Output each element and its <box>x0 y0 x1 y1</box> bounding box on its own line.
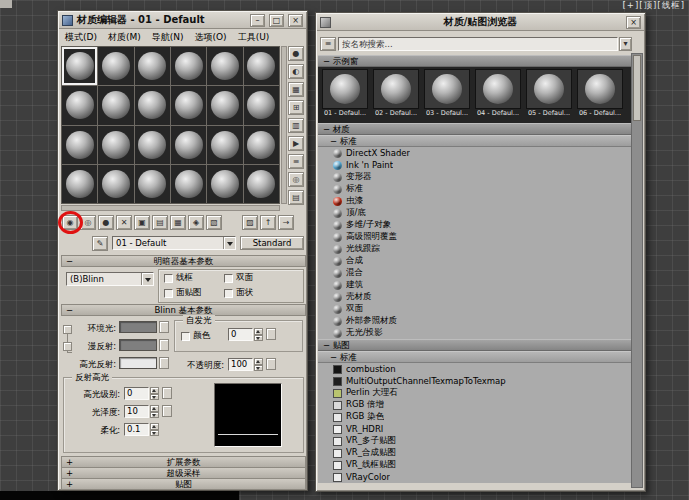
map-item[interactable]: VR_合成贴图 <box>318 447 633 459</box>
rollout-shader-basic-params[interactable]: 明暗器基本参数 <box>61 255 306 267</box>
material-item[interactable]: 无光/投影 <box>318 327 633 339</box>
material-item[interactable]: 标准 <box>318 183 633 195</box>
sample-slot[interactable] <box>244 86 279 124</box>
background-button[interactable]: ▦ <box>288 82 304 97</box>
rollout-maps[interactable]: 贴图 <box>61 478 306 490</box>
go-forward-button[interactable]: → <box>278 215 294 230</box>
make-preview-button[interactable]: ▶ <box>288 136 304 151</box>
browser-scrollbar[interactable] <box>631 53 643 488</box>
sample-slot[interactable] <box>135 86 170 124</box>
opacity-map-button[interactable] <box>266 358 276 370</box>
material-item[interactable]: DirectX Shader <box>318 147 633 159</box>
diffuse-color-swatch[interactable] <box>119 339 157 351</box>
sample-slot[interactable] <box>171 126 206 164</box>
select-by-material-button[interactable]: ◎ <box>288 172 304 187</box>
specular-color-swatch[interactable] <box>119 357 157 369</box>
put-to-library-button[interactable]: ▦ <box>170 215 186 230</box>
sample-type-button[interactable]: ● <box>288 46 304 61</box>
material-item[interactable]: 光线跟踪 <box>318 243 633 255</box>
close-button[interactable]: × <box>288 14 303 27</box>
glossiness-map-button[interactable] <box>162 405 172 417</box>
thumbnail-item[interactable]: 04 - Defaul... <box>474 69 522 121</box>
two-sided-checkbox[interactable] <box>224 274 233 283</box>
material-id-button[interactable]: ◈ <box>188 215 204 230</box>
sample-uv-tiling-button[interactable]: ⊞ <box>288 100 304 115</box>
specular-level-spinner[interactable]: 0 <box>124 387 159 400</box>
map-item[interactable]: MultiOutputChannelTexmapToTexmap <box>318 375 633 387</box>
material-item[interactable]: 建筑 <box>318 279 633 291</box>
maximize-button[interactable]: □ <box>269 14 284 27</box>
self-illum-map-button[interactable] <box>266 328 276 340</box>
self-illum-spinner[interactable]: 0 <box>228 328 263 341</box>
sample-slot[interactable] <box>62 47 97 85</box>
browser-options-button[interactable]: ≡ <box>320 37 336 51</box>
map-item[interactable]: RGB 染色 <box>318 411 633 423</box>
show-map-in-viewport-button[interactable]: ▧ <box>206 215 222 230</box>
thumbnail-item[interactable]: 01 - Defaul... <box>321 69 369 121</box>
backlight-button[interactable]: ◐ <box>288 64 304 79</box>
menu-navigation[interactable]: 导航(N) <box>152 31 184 42</box>
spinner-arrows-icon[interactable] <box>150 405 159 418</box>
reset-button[interactable]: ✕ <box>116 215 132 230</box>
material-item[interactable]: 合成 <box>318 255 633 267</box>
thumbnail-item[interactable]: 03 - Defaul... <box>423 69 471 121</box>
wire-checkbox[interactable] <box>164 274 173 283</box>
map-item[interactable]: VR_多子贴图 <box>318 435 633 447</box>
browser-titlebar[interactable]: 材质/贴图浏览器 × <box>317 14 644 31</box>
material-item[interactable]: 多维/子对象 <box>318 219 633 231</box>
sample-slot[interactable] <box>98 86 133 124</box>
search-menu-button[interactable]: ▾ <box>619 37 632 51</box>
video-color-check-button[interactable]: ▥ <box>288 118 304 133</box>
spinner-arrows-icon[interactable] <box>150 423 159 436</box>
chevron-down-icon[interactable] <box>141 273 153 285</box>
make-unique-button[interactable]: ▤ <box>152 215 168 230</box>
sample-slot[interactable] <box>244 126 279 164</box>
map-item[interactable]: RGB 倍增 <box>318 399 633 411</box>
self-illum-color-checkbox[interactable] <box>181 332 190 341</box>
map-item[interactable]: combustion <box>318 363 633 375</box>
sample-slot[interactable] <box>135 126 170 164</box>
chevron-down-icon[interactable] <box>223 237 235 249</box>
material-item[interactable]: 混合 <box>318 267 633 279</box>
material-editor-titlebar[interactable]: 材质编辑器 - 01 - Default – □ × <box>59 12 306 29</box>
map-item[interactable]: VRayColor <box>318 471 633 483</box>
specular-map-button[interactable] <box>159 357 169 369</box>
diffuse-map-button[interactable] <box>159 339 169 351</box>
material-item[interactable]: 外部参照材质 <box>318 315 633 327</box>
sample-slot[interactable] <box>244 47 279 85</box>
thumbnail-item[interactable]: 02 - Defaul... <box>372 69 420 121</box>
sample-slot[interactable] <box>171 47 206 85</box>
sample-slot[interactable] <box>207 86 242 124</box>
thumbnail-item[interactable]: 05 - Defaul... <box>525 69 573 121</box>
menu-utilities[interactable]: 工具(U) <box>238 31 270 42</box>
maps-standard-group-header[interactable]: 标准 <box>318 351 633 363</box>
sample-slots-header[interactable]: 示例窗 <box>318 55 633 67</box>
pick-material-button[interactable]: ✎ <box>92 236 108 251</box>
sample-slot[interactable] <box>62 165 97 203</box>
sample-slot[interactable] <box>135 47 170 85</box>
material-map-navigator-button[interactable]: ▤ <box>288 190 304 205</box>
menu-options[interactable]: 选项(O) <box>195 31 227 42</box>
soften-spinner[interactable]: 0.1 <box>124 423 159 436</box>
options-button[interactable]: ≡ <box>288 154 304 169</box>
map-item[interactable]: Perlin 大理石 <box>318 387 633 399</box>
sample-horizontal-scrollbar[interactable] <box>61 205 280 211</box>
minimize-button[interactable]: – <box>250 14 265 27</box>
spinner-arrows-icon[interactable] <box>150 387 159 400</box>
maps-section-header[interactable]: 贴图 <box>318 339 633 351</box>
opacity-spinner[interactable]: 100 <box>228 358 263 371</box>
faceted-checkbox[interactable] <box>224 289 233 298</box>
scrollbar-thumb[interactable] <box>633 55 641 121</box>
sample-slot[interactable] <box>98 47 133 85</box>
ambient-diffuse-lock-button[interactable] <box>63 325 72 334</box>
menu-material[interactable]: 材质(M) <box>108 31 141 42</box>
sample-slot[interactable] <box>135 165 170 203</box>
thumbnail-item[interactable]: 06 - Defaul... <box>576 69 624 121</box>
shader-dropdown[interactable]: (B)Blinn <box>66 272 154 286</box>
material-item[interactable]: 变形器 <box>318 171 633 183</box>
material-item[interactable]: 双面 <box>318 303 633 315</box>
sample-slot[interactable] <box>171 165 206 203</box>
go-to-parent-button[interactable]: ↑ <box>260 215 276 230</box>
map-item[interactable]: VR_HDRI <box>318 423 633 435</box>
sample-slot[interactable] <box>98 126 133 164</box>
